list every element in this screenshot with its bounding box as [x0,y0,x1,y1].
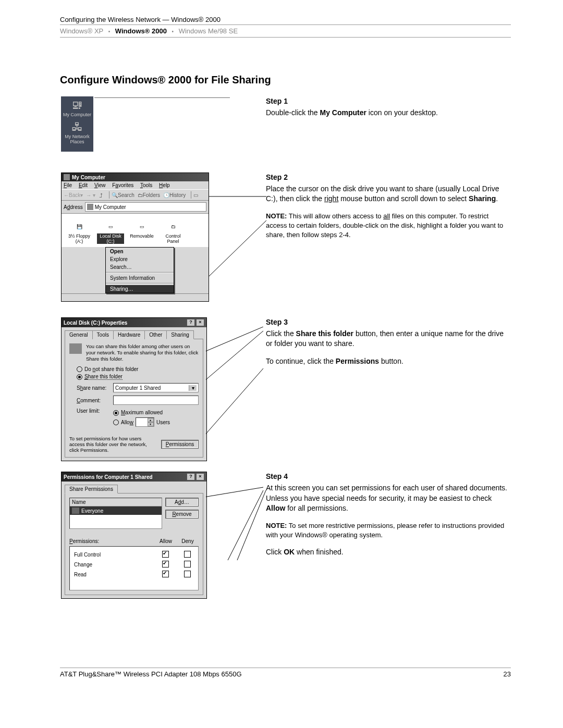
address-label: Address [64,204,83,210]
address-field[interactable]: My Computer [85,202,206,212]
svg-line-2 [206,327,263,371]
up-arrow-icon[interactable]: ▴ [148,418,154,422]
drive-label: 3½ Floppy (A:) [66,233,93,244]
tab-hardware[interactable]: Hardware [113,330,145,339]
local-disk-c[interactable]: ▭ Local Disk (C:) [97,222,124,244]
step1-body: Double-click the My Computer icon on you… [266,108,511,118]
tab-pane: You can share this folder among other us… [65,339,203,458]
text: Double-click the [266,108,320,117]
permissions-hint: To set permissions for how users access … [69,436,157,453]
close-button[interactable]: × [196,319,204,326]
history-button[interactable]: 🕒History [163,192,186,198]
menu-favorites[interactable]: Favorites [112,182,133,188]
help-button[interactable]: ? [187,319,195,326]
forward-button[interactable]: → ▾ [86,192,95,198]
menu-tools[interactable]: Tools [140,182,152,188]
ctx-search[interactable]: Search… [106,263,174,271]
user-limit-label: User limit: [77,408,113,414]
permissions-button[interactable]: Permissions [161,440,199,449]
dropdown-icon[interactable]: ▾ [189,385,197,391]
help-button[interactable]: ? [187,473,195,480]
svg-line-5 [206,487,263,500]
radio-allow-n[interactable]: Allow ▴▾ Users [113,417,199,427]
down-arrow-icon[interactable]: ▾ [148,422,154,426]
perm-label: Full Control [70,552,154,558]
allow-full-checkbox[interactable] [162,551,169,558]
allow-header: Allow [155,538,177,544]
floppy-drive[interactable]: 💾 3½ Floppy (A:) [66,222,93,244]
menu-edit[interactable]: Edit [79,182,88,188]
folders-button[interactable]: 🗀Folders [138,192,160,198]
removable-drive[interactable]: ▭ Removable [128,222,155,244]
text: Click the [266,329,296,338]
radio-max[interactable]: Maximum allowed [113,410,199,416]
titlebar[interactable]: My Computer [62,173,209,181]
dialog-titlebar[interactable]: Local Disk (C:) Properties ? × [62,318,206,327]
back-button[interactable]: ← Back ▾ [64,192,83,198]
step3-body-b: To continue, click the Permissions butto… [266,356,511,367]
dialog-title: Permissions for Computer 1 Shared [64,474,153,480]
step3-title: Step 3 [266,317,511,328]
user-count-spinner[interactable]: ▴▾ [136,417,154,427]
tab-share-permissions[interactable]: Share Permissions [65,485,118,493]
allow-read-checkbox[interactable] [162,571,169,577]
text: icon on your desktop. [366,108,438,117]
ctx-explore[interactable]: Explore [106,255,174,263]
control-panel[interactable]: 🗀 Control Panel [160,222,187,244]
step1-title: Step 1 [266,96,511,107]
menu-view[interactable]: View [94,182,106,188]
step2-body: Place the cursor on the disk drive you w… [266,184,511,204]
nav-me98[interactable]: Windows Me/98 SE [179,27,238,35]
ctx-open[interactable]: Open [106,248,174,255]
dialog-titlebar[interactable]: Permissions for Computer 1 Shared ? × [62,472,206,482]
allow-change-checkbox[interactable] [162,561,169,567]
share-name-label: Share name: [77,385,113,391]
ctx-sharing[interactable]: Sharing… [106,285,174,293]
header-nav: Windows® XP • Windows® 2000 • Windows Me… [60,27,511,38]
menu-file[interactable]: FFileile [64,182,72,188]
list-item-everyone[interactable]: Everyone [70,507,162,515]
separator-icon [191,191,191,199]
deny-read-checkbox[interactable] [184,571,191,577]
tab-pane: Name Everyone Add… Remove [65,493,203,595]
separator-icon [109,191,109,199]
my-network-icon[interactable]: 🖧 My Network Places [61,121,93,144]
svg-line-6 [228,490,263,560]
ctx-sysinfo[interactable]: System Information [106,274,174,282]
radio-share[interactable]: Share this folder [77,374,199,380]
computer-icon [87,204,93,210]
search-button[interactable]: 🔍Search [112,192,134,198]
cpanel-icon: 🗀 [160,222,187,231]
text: button. [379,357,403,365]
my-computer-icon[interactable]: 🖳 My Computer [61,100,93,117]
text: for all permissions. [285,504,348,512]
my-network-label: My Network Places [65,134,90,144]
add-button[interactable]: Add… [165,498,199,507]
tab-general[interactable]: General [65,330,93,339]
close-button[interactable]: × [196,473,204,480]
nav-xp[interactable]: Windows® XP [60,27,103,35]
tab-other[interactable]: Other [144,330,167,339]
users-listview[interactable]: Name Everyone [69,498,162,529]
up-button[interactable]: ⮥ [99,192,104,198]
text: Click [266,548,284,556]
deny-change-checkbox[interactable] [184,561,191,567]
menu-help[interactable]: Help [159,182,170,188]
comment-input[interactable] [113,396,199,405]
tab-tools[interactable]: Tools [92,330,114,339]
remove-button[interactable]: Remove [165,510,199,519]
nav-w2k[interactable]: Windows® 2000 [115,27,167,35]
deny-full-checkbox[interactable] [184,551,191,558]
status-bar [62,293,209,301]
tab-strip: General Tools Hardware Other Sharing [62,327,206,339]
move-button[interactable]: ▭ [193,192,198,198]
text-bold: Sharing [469,194,496,203]
text-bold: Permissions [336,357,379,365]
tab-sharing[interactable]: Sharing [166,330,193,339]
explorer-window: My Computer FFileile Edit View Favorites… [61,172,209,302]
hdd-icon: ▭ [97,222,124,231]
share-name-input[interactable]: Computer 1 Shared ▾ [113,383,199,392]
radio-no-share[interactable]: Do not share this folder [77,366,199,373]
callout-lines [206,327,274,441]
window-title: My Computer [72,175,105,180]
